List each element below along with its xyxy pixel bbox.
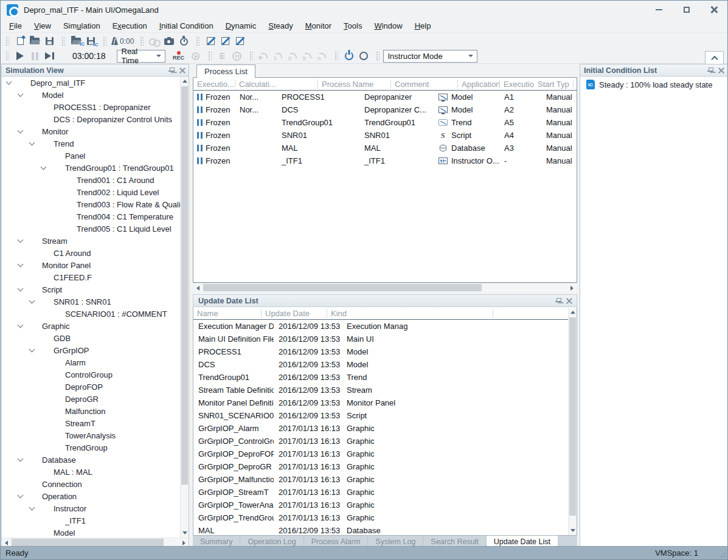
chevron-down-icon[interactable] [18, 91, 24, 97]
tree-item[interactable]: SNR01 : SNR01 [2, 296, 180, 308]
tab-process-list[interactable]: Process List [196, 64, 255, 78]
tree-item[interactable]: Model [2, 89, 180, 101]
maximize-button[interactable] [673, 1, 700, 19]
scenario-reset-button[interactable] [286, 49, 300, 63]
table-row[interactable]: GrGrpIOP_Malfunction 2017/01/13 16:13 Gr… [193, 473, 577, 486]
tree-item[interactable]: Trend001 : C1 Around [2, 174, 180, 186]
collapse-toolbar-button[interactable] [705, 51, 724, 65]
process-list-horizontal-scrollbar[interactable] [193, 283, 577, 292]
tree-item[interactable]: Operation [2, 490, 180, 502]
table-row[interactable]: Frozen SNR01 SNR01 Script A4 Manual [193, 129, 577, 142]
tree-item[interactable]: Database [2, 454, 180, 466]
chevron-down-icon[interactable] [29, 298, 35, 304]
column-header[interactable]: Comment [391, 80, 458, 89]
table-row[interactable]: Main UI Definition File 2016/12/09 13:53… [193, 333, 577, 345]
table-row[interactable]: Monitor Panel Definition... 2016/12/09 1… [193, 396, 577, 409]
step-button[interactable] [42, 49, 57, 63]
table-row[interactable]: GrGrpIOP_ControlGroup 2017/01/13 16:13 G… [193, 435, 577, 448]
table-row[interactable]: PROCESS1 2016/12/09 13:53 Model [193, 345, 577, 358]
tree-item[interactable]: Panel [2, 150, 180, 162]
menu-item[interactable]: Simulation [57, 20, 106, 32]
table-row[interactable]: Frozen MAL MAL Database A3 Manual [193, 142, 577, 154]
scroll-thumb[interactable] [12, 539, 164, 546]
run-button[interactable] [13, 49, 27, 63]
table-row[interactable]: GrGrpIOP_DeproGR 2017/01/13 16:13 Graphi… [193, 460, 577, 473]
scroll-thumb[interactable] [203, 284, 482, 291]
toolbar-gripper[interactable] [140, 36, 144, 46]
chevron-down-icon[interactable] [18, 493, 24, 499]
table-row[interactable]: MAL 2016/12/09 13:53 Database [193, 524, 577, 536]
table-row[interactable]: SNR01_SCENARIO01 2016/12/09 13:53 Script [193, 409, 577, 422]
power-button[interactable] [342, 49, 356, 63]
update-list-vertical-scrollbar[interactable] [568, 308, 577, 535]
tree-item[interactable]: TrendGroup01 : TrendGroup01 [2, 162, 180, 174]
initial-condition-item[interactable]: IC Steady : 100% load steady state [580, 77, 727, 89]
chevron-down-icon[interactable] [18, 456, 24, 462]
menu-item[interactable]: Steady [262, 20, 299, 32]
tree-item[interactable]: TowerAnalysis [2, 429, 180, 441]
column-header[interactable]: Application Na... [458, 80, 500, 89]
table-row[interactable]: TrendGroup01 2016/12/09 13:53 Trend [193, 371, 577, 384]
edit-condition-button-3[interactable] [232, 34, 247, 48]
close-icon[interactable] [179, 67, 185, 73]
chevron-down-icon[interactable] [18, 261, 24, 268]
scenario-run-button[interactable] [257, 49, 271, 63]
alarm-pause-button[interactable] [230, 49, 244, 63]
tree-item[interactable]: Depro_mal_ITF [2, 77, 180, 89]
menu-item[interactable]: Monitor [299, 20, 338, 32]
toolbar-gripper[interactable] [335, 51, 338, 61]
edit-condition-button-2[interactable] [218, 34, 232, 48]
tree-item[interactable]: Trend003 : Flow Rate & Quality [2, 198, 180, 210]
tree-vertical-scrollbar[interactable] [180, 77, 189, 538]
column-header[interactable]: Executio... [193, 80, 235, 89]
table-row[interactable]: GrGrpIOP_StreamT 2017/01/13 16:13 Graphi… [193, 486, 577, 499]
scroll-thumb[interactable] [181, 86, 188, 485]
menu-item[interactable]: File [3, 20, 28, 32]
chevron-down-icon[interactable] [41, 164, 47, 170]
tree-item[interactable]: ControlGroup [2, 368, 180, 381]
tree-item[interactable]: GDB [2, 332, 180, 344]
edit-condition-button-1[interactable] [203, 34, 218, 48]
tree-item[interactable]: Malfunction [2, 405, 180, 417]
mode-select[interactable]: Instructor Mode [383, 50, 477, 63]
column-header[interactable]: Calculati... [235, 80, 318, 89]
menu-item[interactable]: Dynamic [220, 20, 263, 32]
table-row[interactable]: Frozen Nor... DCS Depropanizer C... Mode… [193, 103, 577, 116]
toolbar-gripper[interactable] [103, 36, 106, 46]
column-header[interactable]: Executio... [500, 80, 534, 89]
tree-item[interactable]: Script [2, 283, 180, 296]
scroll-right-button[interactable] [567, 283, 577, 292]
tree-item[interactable]: _ITF1 [2, 514, 180, 527]
link-button[interactable] [147, 34, 162, 48]
scenario-skip-button[interactable] [300, 49, 315, 63]
chevron-down-icon[interactable] [18, 237, 24, 243]
close-icon[interactable] [566, 298, 572, 303]
tree-item[interactable]: MAL : MAL [2, 466, 180, 478]
new-button[interactable] [13, 34, 27, 48]
tree-item[interactable]: DeproFOP [2, 381, 180, 393]
chevron-down-icon[interactable] [18, 322, 24, 328]
scenario-step-button[interactable] [271, 49, 286, 63]
table-row[interactable]: DCS 2016/12/09 13:53 Model [193, 358, 577, 371]
menu-item[interactable]: Help [409, 20, 437, 32]
tree-item[interactable]: Trend002 : Liquid Level [2, 186, 180, 198]
resize-grip[interactable] [719, 551, 726, 558]
column-header[interactable]: Start Typ [534, 80, 574, 89]
tree-item[interactable]: Connection [2, 478, 180, 490]
menu-item[interactable]: Initial Condition [153, 20, 220, 32]
record-state-button[interactable] [356, 49, 371, 63]
close-button[interactable] [700, 1, 727, 19]
toolbar-gripper[interactable] [61, 36, 65, 46]
interval-timer-button[interactable] [176, 34, 191, 48]
tree-horizontal-scrollbar[interactable] [2, 538, 189, 547]
tree-item[interactable]: Monitor [2, 125, 180, 137]
chevron-down-icon[interactable] [29, 505, 35, 511]
chevron-down-icon[interactable] [6, 79, 12, 85]
scroll-up-button[interactable] [181, 77, 189, 86]
tree-item[interactable]: Model [2, 527, 180, 538]
tree-item[interactable]: SCENARIO01 : #COMMENT [2, 308, 180, 320]
table-row[interactable]: Frozen Nor... PROCESS1 Depropanizer Mode… [193, 91, 577, 103]
table-row[interactable]: GrGrpIOP_Alarm 2017/01/13 16:13 Graphic [193, 422, 577, 435]
menu-item[interactable]: Tools [338, 20, 368, 32]
tree-item[interactable]: TrendGroup [2, 441, 180, 454]
